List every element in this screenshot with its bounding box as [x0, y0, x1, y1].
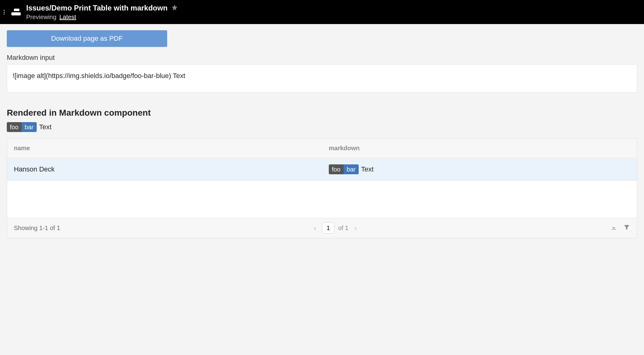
- app-logo-icon: [11, 9, 21, 15]
- table-header-row: name markdown: [7, 138, 637, 158]
- markdown-input-value: ![image alt](https://img.shields.io/badg…: [13, 72, 185, 80]
- table-empty-space: [7, 181, 637, 218]
- rendered-output: foo bar Text: [7, 122, 637, 132]
- pagination: ‹ of 1 ›: [60, 222, 610, 233]
- markdown-input-box[interactable]: ![image alt](https://img.shields.io/badg…: [7, 64, 637, 93]
- table-footer: Showing 1-1 of 1 ‹ of 1 ›: [7, 218, 637, 238]
- prev-page-button[interactable]: ‹: [312, 223, 319, 233]
- shield-badge: foo bar: [7, 122, 37, 132]
- badge-right: bar: [22, 122, 37, 132]
- column-header-name[interactable]: name: [7, 138, 322, 158]
- markdown-input-label: Markdown input: [7, 54, 637, 62]
- version-link[interactable]: Latest: [59, 14, 76, 20]
- cell-markdown: foo bar Text: [322, 158, 637, 180]
- column-header-markdown[interactable]: markdown: [322, 138, 637, 158]
- next-page-button[interactable]: ›: [352, 223, 359, 233]
- title-area: Issues/Demo Print Table with markdown Pr…: [26, 4, 178, 21]
- download-pdf-button[interactable]: Download page as PDF: [7, 30, 167, 47]
- badge-left: foo: [7, 122, 22, 132]
- download-icon[interactable]: [610, 224, 617, 232]
- drag-handle-icon[interactable]: [4, 10, 6, 14]
- shield-badge: foo bar: [329, 164, 359, 174]
- star-icon[interactable]: [171, 4, 178, 12]
- content-area: Download page as PDF Markdown input ![im…: [0, 24, 644, 244]
- page-number-input[interactable]: [322, 222, 334, 233]
- filter-icon[interactable]: [623, 224, 630, 232]
- subtitle-prefix: Previewing: [26, 14, 56, 20]
- table-row[interactable]: Hanson Deck foo bar Text: [7, 158, 637, 181]
- rendered-heading: Rendered in Markdown component: [7, 108, 637, 118]
- badge-right: bar: [344, 164, 359, 174]
- page-title: Issues/Demo Print Table with markdown: [26, 4, 167, 12]
- cell-name-text: Hanson Deck: [14, 165, 55, 173]
- cell-trailing-text: Text: [361, 165, 374, 173]
- showing-text: Showing 1-1 of 1: [14, 225, 60, 232]
- badge-left: foo: [329, 164, 344, 174]
- page-of-text: of 1: [338, 225, 348, 232]
- cell-name: Hanson Deck: [7, 159, 322, 180]
- rendered-trailing-text: Text: [39, 123, 52, 131]
- top-bar: Issues/Demo Print Table with markdown Pr…: [0, 0, 644, 24]
- data-table: name markdown Hanson Deck foo bar Text S…: [7, 138, 637, 238]
- subtitle: Previewing Latest: [26, 14, 178, 21]
